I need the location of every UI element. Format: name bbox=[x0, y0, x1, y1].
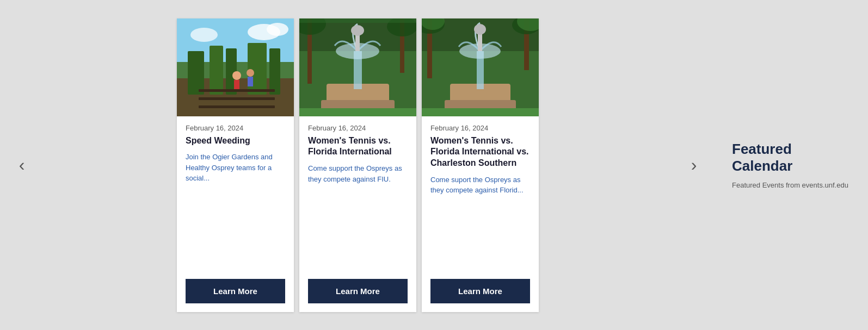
chevron-right-icon: › bbox=[691, 155, 697, 175]
svg-rect-7 bbox=[269, 48, 280, 95]
card-body-2: February 16, 2024 Women's Tennis vs. Flo… bbox=[299, 116, 416, 279]
carousel-wrapper: ‹ bbox=[0, 0, 868, 330]
card-image-1 bbox=[177, 18, 294, 116]
carousel-next-button[interactable]: › bbox=[678, 149, 710, 182]
featured-calendar-section: Featured Calendar Featured Events from e… bbox=[716, 130, 868, 200]
card-image-2 bbox=[299, 18, 416, 116]
event-card-3: February 16, 2024 Women's Tennis vs. Flo… bbox=[422, 18, 539, 312]
card-body-3: February 16, 2024 Women's Tennis vs. Flo… bbox=[422, 116, 539, 279]
card-footer-2: Learn More bbox=[299, 279, 416, 312]
card-date-1: February 16, 2024 bbox=[186, 124, 285, 132]
card-description-2: Come support the Ospreys as they compete… bbox=[308, 163, 408, 271]
svg-point-8 bbox=[232, 71, 241, 80]
event-card-2: February 16, 2024 Women's Tennis vs. Flo… bbox=[299, 18, 416, 312]
featured-calendar-subtitle: Featured Events from events.unf.edu bbox=[732, 181, 848, 189]
learn-more-button-3[interactable]: Learn More bbox=[430, 279, 530, 303]
svg-rect-3 bbox=[188, 51, 204, 95]
card-title-2: Women's Tennis vs. Florida International bbox=[308, 135, 408, 158]
card-description-1: Join the Ogier Gardens and Healthy Ospre… bbox=[186, 152, 285, 271]
svg-rect-4 bbox=[210, 46, 223, 95]
card-description-3: Come suport the Ospreys as they compete … bbox=[430, 175, 530, 271]
svg-rect-30 bbox=[299, 108, 416, 116]
svg-point-10 bbox=[247, 69, 254, 77]
svg-rect-13 bbox=[199, 97, 275, 100]
svg-rect-44 bbox=[422, 108, 539, 116]
svg-point-43 bbox=[474, 24, 486, 35]
card-footer-3: Learn More bbox=[422, 279, 539, 312]
carousel-prev-button[interactable]: ‹ bbox=[5, 149, 38, 182]
svg-point-29 bbox=[351, 25, 364, 36]
card-date-3: February 16, 2024 bbox=[430, 124, 530, 132]
learn-more-button-2[interactable]: Learn More bbox=[308, 279, 408, 303]
card-image-3 bbox=[422, 18, 539, 116]
chevron-left-icon: ‹ bbox=[19, 155, 25, 175]
card-title-1: Speed Weeding bbox=[186, 135, 285, 147]
svg-rect-6 bbox=[248, 43, 267, 95]
cards-container: February 16, 2024 Speed Weeding Join the… bbox=[38, 8, 678, 323]
featured-calendar-title: Featured Calendar bbox=[732, 141, 852, 175]
svg-rect-11 bbox=[248, 77, 253, 86]
svg-rect-14 bbox=[199, 105, 275, 108]
svg-rect-31 bbox=[299, 18, 416, 23]
event-card-1: February 16, 2024 Speed Weeding Join the… bbox=[177, 18, 294, 312]
svg-rect-12 bbox=[199, 89, 275, 92]
card-date-2: February 16, 2024 bbox=[308, 124, 408, 132]
card-footer-1: Learn More bbox=[177, 279, 294, 312]
card-body-1: February 16, 2024 Speed Weeding Join the… bbox=[177, 116, 294, 279]
card-title-3: Women's Tennis vs. Florida International… bbox=[430, 135, 530, 169]
learn-more-button-1[interactable]: Learn More bbox=[186, 279, 285, 303]
svg-point-16 bbox=[267, 23, 288, 36]
svg-point-17 bbox=[190, 28, 218, 42]
